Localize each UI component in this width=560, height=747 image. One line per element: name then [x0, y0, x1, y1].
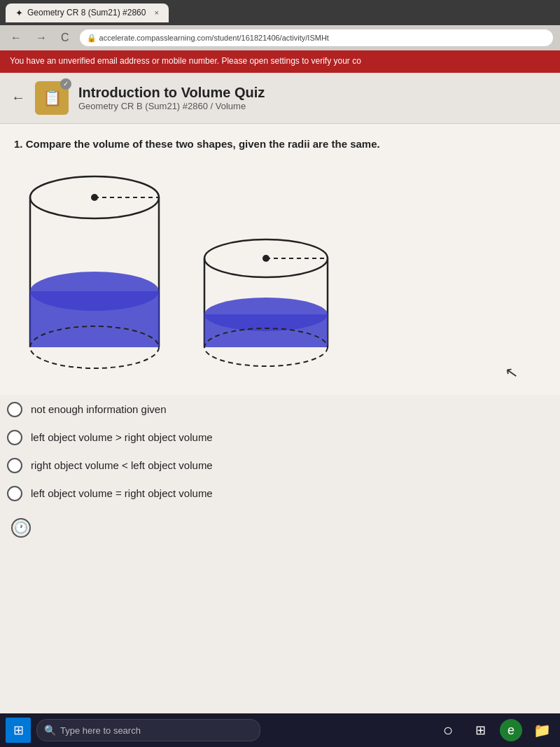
svg-rect-14: [204, 314, 328, 347]
refresh-button[interactable]: C: [57, 30, 73, 46]
active-tab[interactable]: ✦ Geometry CR 8 (Sum21) #2860 ×: [6, 4, 169, 22]
cursor-indicator: ↖: [504, 363, 519, 384]
taskbar-edge-button[interactable]: e: [500, 719, 522, 741]
left-cylinder-svg: [21, 171, 168, 374]
notification-bar: You have an unverified email address or …: [0, 50, 560, 73]
svg-rect-6: [30, 291, 159, 347]
quiz-subtitle: Geometry CR B (Sum21) #2860 / Volume: [78, 101, 265, 111]
cylinders-area: ↖: [14, 164, 546, 388]
url-text: accelerate.compasslearning.com/student/1…: [99, 34, 329, 42]
address-bar[interactable]: 🔒 accelerate.compasslearning.com/student…: [80, 29, 553, 46]
radio-button-4[interactable]: [7, 486, 22, 501]
radio-button-3[interactable]: [7, 458, 22, 473]
address-bar-row: ← → C 🔒 accelerate.compasslearning.com/s…: [0, 25, 560, 50]
taskbar-folder-button[interactable]: 📁: [529, 718, 554, 743]
quiz-title: Introduction to Volume Quiz: [78, 85, 265, 101]
taskbar-circle-button[interactable]: ○: [435, 718, 461, 743]
taskbar-right: ○ ⊞ e 📁: [435, 718, 554, 743]
question-body: Compare the volume of these two shapes, …: [26, 138, 380, 150]
clock-area: 🕐: [0, 508, 560, 547]
browser-chrome: ✦ Geometry CR 8 (Sum21) #2860 ×: [0, 0, 560, 25]
quiz-icon-badge: ✓: [60, 78, 71, 90]
option-label-3: right object volume < left object volume: [31, 459, 213, 471]
option-label-1: not enough information given: [31, 403, 166, 415]
start-button[interactable]: ⊞: [6, 718, 31, 743]
back-button[interactable]: ←: [7, 30, 25, 46]
taskbar-search[interactable]: 🔍 Type here to search: [36, 719, 260, 741]
taskbar: ⊞ 🔍 Type here to search ○ ⊞ e 📁: [0, 713, 560, 747]
radio-button-1[interactable]: [7, 402, 22, 417]
lock-icon: 🔒: [87, 34, 97, 43]
option-row-2[interactable]: left object volume > right object volume: [7, 430, 553, 445]
tab-title: Geometry CR 8 (Sum21) #2860: [27, 8, 146, 18]
quiz-header: ← 📋 ✓ Introduction to Volume Quiz Geomet…: [0, 73, 560, 124]
quiz-back-button[interactable]: ←: [11, 90, 25, 106]
option-row-1[interactable]: not enough information given: [7, 402, 553, 417]
option-label-2: left object volume > right object volume: [31, 431, 213, 443]
options-area: not enough information given left object…: [0, 395, 560, 508]
option-label-4: left object volume = right object volume: [31, 487, 213, 499]
quiz-title-block: Introduction to Volume Quiz Geometry CR …: [78, 85, 265, 111]
left-cylinder: [21, 171, 168, 374]
clock-icon: 🕐: [11, 518, 31, 538]
quiz-icon: 📋 ✓: [35, 81, 69, 115]
option-row-3[interactable]: right object volume < left object volume: [7, 458, 553, 473]
right-cylinder-svg: [196, 234, 336, 374]
question-text: 1. Compare the volume of these two shape…: [14, 137, 546, 151]
question-number: 1.: [14, 138, 23, 150]
forward-button[interactable]: →: [32, 30, 50, 46]
radio-button-2[interactable]: [7, 430, 22, 445]
tab-bar: ✦ Geometry CR 8 (Sum21) #2860 ×: [6, 4, 554, 22]
notification-text: You have an unverified email address or …: [10, 56, 361, 66]
option-row-4[interactable]: left object volume = right object volume: [7, 486, 553, 501]
search-placeholder: Type here to search: [60, 725, 141, 736]
search-icon: 🔍: [44, 725, 56, 736]
tab-favicon: ✦: [15, 8, 23, 18]
taskbar-grid-button[interactable]: ⊞: [468, 718, 493, 743]
tab-close-button[interactable]: ×: [154, 8, 158, 17]
main-content: 1. Compare the volume of these two shape…: [0, 124, 560, 395]
right-cylinder: [196, 234, 336, 374]
